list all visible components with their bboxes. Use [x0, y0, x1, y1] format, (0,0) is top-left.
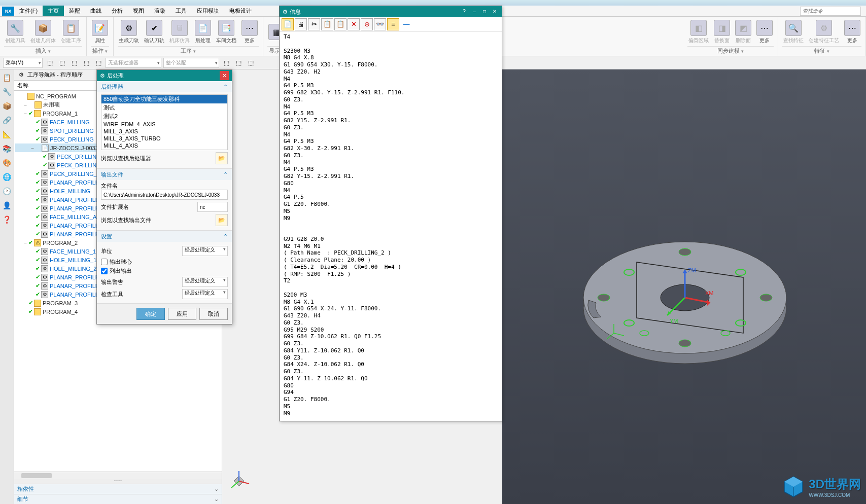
info-goggles-icon[interactable]: 👓 — [374, 18, 386, 30]
navigator-details[interactable]: 细节 — [14, 494, 222, 504]
browse-output-button[interactable]: 📂 — [216, 214, 228, 226]
postprocessor-item[interactable]: MILL_3_AXIS — [101, 128, 227, 135]
tab-tools[interactable]: 工具 — [170, 6, 192, 16]
check-tool-select[interactable]: 经后处理定义 — [182, 289, 228, 299]
info-target-icon[interactable]: ⊕ — [361, 18, 373, 30]
machine-sim-button[interactable]: 🖥机床仿真 — [168, 18, 191, 46]
nav-ops-icon[interactable]: 📋 — [1, 71, 13, 84]
tab-app[interactable]: 应用模块 — [192, 6, 224, 16]
create-operation-button[interactable]: 📋创建工序 — [60, 18, 82, 46]
selection-filter-dropdown[interactable]: 无选择过滤器 — [106, 58, 161, 68]
info-open-icon[interactable]: 📄 — [282, 18, 294, 30]
postprocess-button[interactable]: 📄后处理 — [194, 18, 212, 46]
tab-curve[interactable]: 曲线 — [85, 6, 107, 16]
nav-constraint-icon[interactable]: 🔗 — [1, 114, 13, 126]
app-logo: NX — [2, 7, 14, 16]
tb-icon-6[interactable]: ⬚ — [221, 58, 231, 68]
view-triad[interactable] — [226, 469, 252, 494]
ok-button[interactable]: 确定 — [136, 308, 165, 320]
navigator-grip[interactable]: ┉┉┉ — [14, 479, 222, 484]
shop-doc-button[interactable]: 📑车间文档 — [215, 18, 237, 46]
more-feat-button[interactable]: ⋯更多 — [843, 18, 861, 46]
warning-select[interactable]: 经后处理定义 — [182, 277, 228, 287]
tab-view[interactable]: 视图 — [128, 6, 149, 16]
nav-hd3d-icon[interactable]: 🎨 — [1, 157, 13, 169]
info-title-bar[interactable]: ⚙ 信息 ? – □ ✕ — [280, 6, 502, 17]
nav-assembly-icon[interactable]: 📦 — [1, 100, 13, 112]
create-geometry-button[interactable]: 📦创建几何体 — [29, 18, 57, 46]
tab-assembly[interactable]: 装配 — [64, 6, 85, 16]
settings-section-header[interactable]: 设置 — [97, 231, 232, 242]
navigator-dependencies[interactable]: 相依性 — [14, 484, 222, 494]
postprocessor-item[interactable]: 850自动换刀全功能三菱发那科 — [101, 95, 227, 103]
3d-viewport[interactable]: XM YM ZM — [502, 69, 866, 504]
tab-render[interactable]: 渲染 — [149, 6, 170, 16]
dialog-title-bar[interactable]: ⚙ 后处理 ✕ — [97, 70, 232, 81]
nav-roles-icon[interactable]: 👤 — [1, 199, 13, 211]
tb-icon-8[interactable]: ⬚ — [246, 58, 256, 68]
close-button[interactable]: ✕ — [220, 71, 229, 80]
nav-history-icon[interactable]: 🕐 — [1, 185, 13, 197]
menu-dropdown[interactable]: 菜单(M) — [3, 58, 43, 68]
gear-icon[interactable]: ⚙ — [17, 71, 25, 79]
create-tool-button[interactable]: 🔧创建刀具 — [4, 18, 26, 46]
info-content[interactable]: T4 S2300 M3 M8 G4 X.8 G1 G90 G54 X30. Y-… — [280, 31, 502, 421]
verify-toolpath-button[interactable]: ✔确认刀轨 — [143, 18, 165, 46]
help-icon[interactable]: ? — [460, 8, 468, 16]
info-wrap-icon[interactable]: ≡ — [387, 18, 399, 30]
tab-electrode[interactable]: 电极设计 — [224, 6, 257, 16]
postprocessor-item[interactable]: 测试2 — [101, 112, 227, 121]
units-select[interactable]: 经后处理定义 — [182, 246, 228, 256]
info-minus-icon[interactable]: — — [400, 18, 412, 30]
info-print-icon[interactable]: 🖨 — [295, 18, 307, 30]
more-sync-button[interactable]: ⋯更多 — [755, 18, 774, 46]
menu-file[interactable]: 文件(F) — [14, 6, 43, 16]
find-feature-button[interactable]: 🔍查找特征 — [782, 18, 805, 46]
cancel-button[interactable]: 取消 — [199, 308, 228, 320]
postprocessor-item[interactable]: WIRE_EDM_4_AXIS — [101, 121, 227, 128]
navigator-h-scrollbar[interactable] — [14, 472, 222, 479]
tb-icon-1[interactable]: ⬚ — [45, 58, 55, 68]
filename-input[interactable] — [101, 190, 228, 200]
nav-reuse-icon[interactable]: 📚 — [1, 142, 13, 155]
output-section-header[interactable]: 输出文件 — [97, 169, 232, 180]
nav-geom-icon[interactable]: 🔧 — [1, 86, 13, 98]
generate-toolpath-button[interactable]: ⚙生成刀轨 — [118, 18, 140, 46]
tb-icon-2[interactable]: ⬚ — [57, 58, 67, 68]
more-ops-button[interactable]: ⋯更多 — [240, 18, 259, 46]
tab-home[interactable]: 主页 — [43, 6, 64, 16]
tb-icon-3[interactable]: ⬚ — [69, 58, 79, 68]
nav-help-icon[interactable]: ❓ — [1, 213, 13, 226]
browse-post-button[interactable]: 📂 — [216, 152, 228, 164]
replace-face-button[interactable]: ◨替换面 — [713, 18, 731, 46]
search-command-input[interactable] — [800, 7, 861, 16]
offset-region-button[interactable]: ◧偏置区域 — [687, 18, 710, 46]
postprocessor-item[interactable]: MILL_3_AXIS_TURBO — [101, 135, 227, 142]
tab-analysis[interactable]: 分析 — [107, 6, 128, 16]
delete-face-button[interactable]: ◩删除面 — [734, 18, 752, 46]
tb-icon-7[interactable]: ⬚ — [233, 58, 244, 68]
info-paste-icon[interactable]: 📋 — [334, 18, 347, 30]
postprocessor-item[interactable]: 测试 — [101, 103, 227, 112]
postprocessor-item[interactable]: MILL_5_AXIS_SINUMERIK_ACTT_IN — [101, 149, 227, 150]
nav-browser-icon[interactable]: 🌐 — [1, 171, 13, 183]
postprocessor-list[interactable]: 850自动换刀全功能三菱发那科测试测试2WIRE_EDM_4_AXISMILL_… — [101, 94, 228, 150]
minimize-icon[interactable]: – — [470, 8, 478, 16]
close-icon[interactable]: ✕ — [491, 8, 499, 16]
tb-icon-5[interactable]: ⬚ — [93, 58, 103, 68]
ext-input[interactable] — [197, 202, 228, 212]
postprocessor-item[interactable]: MILL_4_AXIS — [101, 142, 227, 149]
maximize-icon[interactable]: □ — [480, 8, 489, 16]
info-copy-icon[interactable]: 📋 — [321, 18, 333, 30]
tb-icon-4[interactable]: ⬚ — [81, 58, 91, 68]
output-ball-checkbox[interactable]: 输出球心 — [101, 258, 228, 266]
info-delete-icon[interactable]: ✕ — [348, 18, 360, 30]
properties-button[interactable]: 📝属性 — [91, 18, 109, 46]
info-cut-icon[interactable]: ✂ — [308, 18, 320, 30]
assembly-filter-dropdown[interactable]: 整个装配 — [163, 58, 219, 68]
create-feature-button[interactable]: ⚙创建特征工艺 — [808, 18, 840, 46]
list-output-checkbox[interactable]: 列出输出 — [101, 267, 228, 275]
nav-part-icon[interactable]: 📐 — [1, 128, 13, 140]
apply-button[interactable]: 应用 — [168, 308, 196, 320]
postprocessor-section-header[interactable]: 后处理器 — [97, 81, 232, 92]
